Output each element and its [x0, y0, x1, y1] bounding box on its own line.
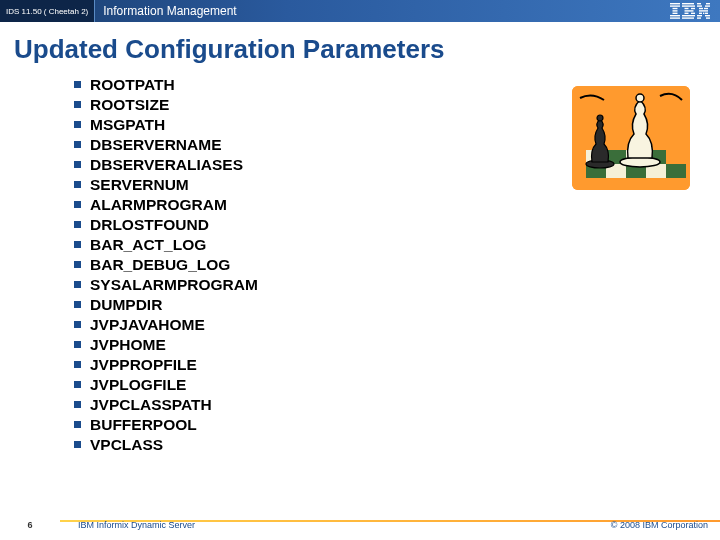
list-item: DBSERVERNAME — [74, 135, 258, 155]
svg-rect-10 — [691, 8, 695, 9]
svg-rect-9 — [685, 8, 689, 9]
svg-rect-6 — [670, 17, 680, 18]
list-item: JVPLOGFILE — [74, 375, 258, 395]
svg-rect-24 — [703, 13, 704, 14]
svg-point-41 — [636, 94, 644, 102]
svg-rect-23 — [699, 13, 702, 14]
svg-rect-4 — [673, 13, 678, 14]
list-item: SYSALARMPROGRAM — [74, 275, 258, 295]
svg-rect-19 — [705, 5, 710, 6]
svg-rect-8 — [682, 5, 695, 6]
svg-rect-28 — [697, 17, 701, 18]
list-item: JVPCLASSPATH — [74, 395, 258, 415]
list-item: JVPJAVAHOME — [74, 315, 258, 335]
list-item: ROOTPATH — [74, 75, 258, 95]
list-item: DUMPDIR — [74, 295, 258, 315]
svg-rect-13 — [691, 13, 695, 14]
svg-rect-27 — [705, 15, 710, 16]
list-item: BUFFERPOOL — [74, 415, 258, 435]
list-item: SERVERNUM — [74, 175, 258, 195]
parameter-list: ROOTPATH ROOTSIZE MSGPATH DBSERVERNAME D… — [74, 75, 258, 455]
svg-rect-14 — [682, 15, 695, 16]
svg-rect-2 — [673, 8, 678, 9]
ibm-logo-icon — [670, 3, 710, 19]
topbar-version-label: IDS 11.50 ( Cheetah 2) — [0, 0, 95, 22]
list-item: VPCLASS — [74, 435, 258, 455]
svg-rect-15 — [682, 17, 694, 18]
svg-rect-21 — [704, 8, 708, 9]
svg-rect-11 — [685, 10, 694, 11]
footer: 6 IBM Informix Dynamic Server © 2008 IBM… — [0, 516, 720, 534]
svg-rect-20 — [699, 8, 703, 9]
svg-rect-5 — [670, 15, 680, 16]
list-item: DRLOSTFOUND — [74, 215, 258, 235]
top-bar: IDS 11.50 ( Cheetah 2) Information Manag… — [0, 0, 720, 22]
slide-title: Updated Configuration Parameters — [0, 22, 720, 73]
svg-rect-16 — [697, 3, 701, 4]
svg-rect-18 — [697, 5, 702, 6]
list-item: DBSERVERALIASES — [74, 155, 258, 175]
svg-rect-25 — [705, 13, 708, 14]
svg-rect-3 — [673, 10, 678, 11]
svg-rect-12 — [685, 13, 689, 14]
svg-point-43 — [597, 115, 603, 121]
list-item: ALARMPROGRAM — [74, 195, 258, 215]
footer-copyright: © 2008 IBM Corporation — [611, 520, 708, 530]
list-item: JVPPROPFILE — [74, 355, 258, 375]
svg-rect-1 — [670, 5, 680, 6]
list-item: ROOTSIZE — [74, 95, 258, 115]
page-number: 6 — [0, 520, 60, 530]
list-item: BAR_ACT_LOG — [74, 235, 258, 255]
topbar-title: Information Management — [95, 4, 236, 18]
svg-rect-0 — [670, 3, 680, 4]
footer-product-label: IBM Informix Dynamic Server — [60, 520, 195, 530]
svg-rect-22 — [699, 10, 708, 11]
svg-rect-26 — [697, 15, 702, 16]
svg-rect-29 — [706, 17, 710, 18]
list-item: MSGPATH — [74, 115, 258, 135]
chess-illustration-icon — [572, 86, 690, 190]
svg-rect-17 — [706, 3, 710, 4]
svg-rect-35 — [666, 164, 686, 178]
list-item: JVPHOME — [74, 335, 258, 355]
list-item: BAR_DEBUG_LOG — [74, 255, 258, 275]
svg-rect-7 — [682, 3, 694, 4]
